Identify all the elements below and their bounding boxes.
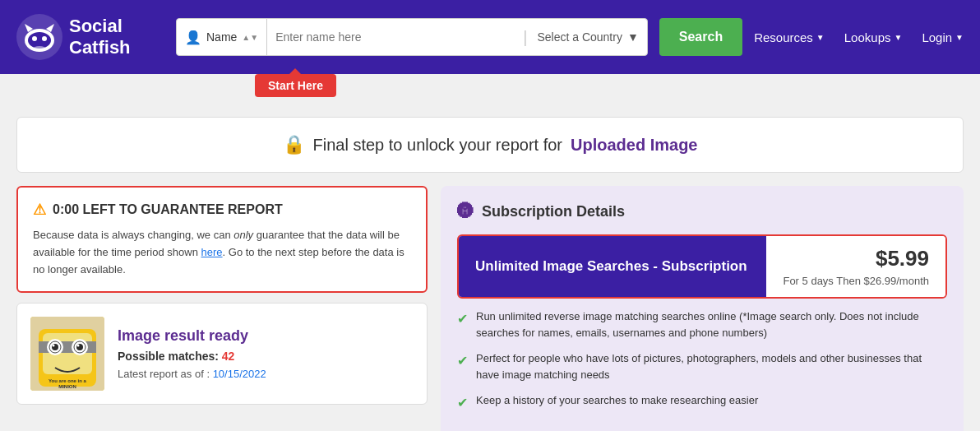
two-col-layout: ⚠ 0:00 LEFT TO GUARANTEE REPORT Because …	[16, 186, 964, 431]
image-result-title: Image result ready	[118, 327, 414, 345]
right-column: 🅐 Subscription Details Unlimited Image S…	[441, 186, 964, 431]
banner-text-plain: Final step to unlock your report for	[313, 136, 562, 155]
dropdown-icon: ▼	[627, 30, 639, 44]
svg-point-5	[32, 36, 37, 41]
result-thumbnail: You are one in a MINION	[30, 317, 104, 391]
search-type-selector[interactable]: 👤 Name ▲▼	[177, 19, 267, 55]
check-icon-1: ✔	[457, 309, 468, 329]
features-list: ✔ Run unlimited reverse image matching s…	[457, 308, 947, 413]
left-column: ⚠ 0:00 LEFT TO GUARANTEE REPORT Because …	[16, 186, 428, 405]
navbar: Social Catfish 👤 Name ▲▼ | Select a Coun…	[0, 0, 980, 74]
feature-item-1: ✔ Run unlimited reverse image matching s…	[457, 308, 947, 341]
minion-svg: You are one in a MINION	[30, 317, 104, 391]
subscription-header: 🅐 Subscription Details	[457, 202, 947, 221]
logo-icon	[16, 14, 62, 60]
person-icon: 👤	[185, 30, 201, 45]
feature-item-3: ✔ Keep a history of your searches to mak…	[457, 392, 947, 413]
image-result-box: You are one in a MINION Image result rea…	[16, 303, 428, 405]
svg-point-19	[77, 345, 80, 347]
match-count: 42	[222, 350, 235, 363]
main-content: 🔒 Final step to unlock your report for U…	[0, 104, 980, 431]
login-link[interactable]: Login ▼	[922, 30, 964, 44]
subscription-panel: 🅐 Subscription Details Unlimited Image S…	[441, 186, 964, 431]
search-button[interactable]: Search	[659, 18, 742, 56]
search-bar: 👤 Name ▲▼ | Select a Country ▼	[176, 18, 648, 56]
chevron-icon: ▲▼	[242, 33, 258, 42]
logo: Social Catfish	[16, 14, 164, 60]
start-here-button[interactable]: Start Here	[255, 74, 336, 97]
feature-item-2: ✔ Perfect for people who have lots of pi…	[457, 350, 947, 382]
lock-icon: 🔒	[283, 134, 305, 155]
plan-name: Unlimited Image Searches - Subscription	[459, 236, 766, 297]
divider: |	[523, 28, 527, 47]
svg-text:You are one in a: You are one in a	[49, 378, 87, 383]
svg-point-7	[33, 46, 46, 51]
banner-text-highlight: Uploaded Image	[571, 136, 697, 155]
subscription-plan[interactable]: Unlimited Image Searches - Subscription …	[457, 234, 947, 299]
svg-text:MINION: MINION	[58, 384, 76, 389]
check-icon-2: ✔	[457, 351, 468, 371]
report-date: 10/15/2022	[213, 368, 266, 380]
plan-price: $5.99	[876, 246, 929, 271]
caret-icon: ▼	[955, 33, 964, 42]
timer-box: ⚠ 0:00 LEFT TO GUARANTEE REPORT Because …	[16, 186, 428, 293]
svg-point-6	[42, 36, 47, 41]
latest-report: Latest report as of : 10/15/2022	[118, 368, 414, 380]
timer-body: Because data is always changing, we can …	[33, 227, 411, 278]
timer-header: ⚠ 0:00 LEFT TO GUARANTEE REPORT	[33, 201, 411, 219]
lookups-link[interactable]: Lookups ▼	[844, 30, 903, 44]
plan-price-column: $5.99 For 5 days Then $26.99/month	[766, 236, 945, 297]
final-step-banner: 🔒 Final step to unlock your report for U…	[16, 117, 964, 173]
warning-icon: ⚠	[33, 201, 46, 219]
image-result-info: Image result ready Possible matches: 42 …	[118, 327, 414, 380]
svg-point-15	[53, 345, 55, 347]
logo-text: Social Catfish	[69, 16, 131, 59]
caret-icon: ▼	[816, 33, 825, 42]
plan-period: For 5 days Then $26.99/month	[783, 275, 929, 287]
subscription-icon: 🅐	[457, 202, 474, 221]
country-select[interactable]: Select a Country ▼	[529, 19, 646, 55]
caret-icon: ▼	[894, 33, 902, 42]
nav-links: Resources ▼ Lookups ▼ Login ▼	[754, 30, 964, 44]
check-icon-3: ✔	[457, 393, 468, 413]
search-input[interactable]	[267, 19, 521, 55]
possible-matches: Possible matches: 42	[118, 350, 414, 363]
resources-link[interactable]: Resources ▼	[754, 30, 825, 44]
